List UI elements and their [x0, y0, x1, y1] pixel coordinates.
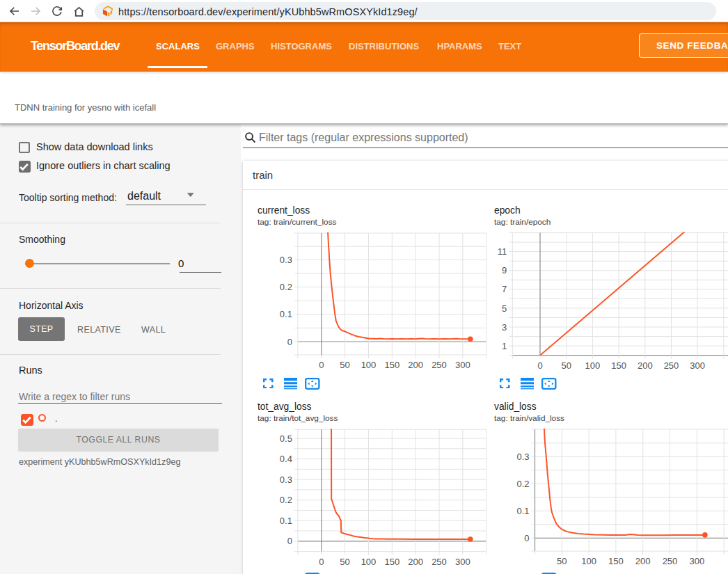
- svg-text:100: 100: [581, 556, 596, 565]
- svg-text:0.5: 0.5: [280, 433, 292, 444]
- svg-text:0.4: 0.4: [280, 454, 292, 464]
- svg-text:250: 250: [664, 360, 679, 371]
- svg-text:200: 200: [638, 360, 653, 371]
- svg-text:0: 0: [524, 533, 529, 543]
- svg-text:11: 11: [498, 246, 507, 257]
- svg-text:100: 100: [361, 557, 377, 565]
- svg-text:50: 50: [340, 360, 349, 370]
- svg-text:0.2: 0.2: [280, 495, 292, 505]
- svg-text:7: 7: [502, 284, 507, 294]
- svg-text:0: 0: [537, 360, 542, 371]
- svg-text:50: 50: [340, 557, 349, 565]
- svg-text:250: 250: [432, 557, 447, 565]
- svg-text:0.2: 0.2: [280, 282, 292, 292]
- svg-text:300: 300: [690, 360, 705, 371]
- svg-text:0.1: 0.1: [516, 506, 529, 516]
- svg-text:0.1: 0.1: [280, 516, 292, 526]
- svg-text:300: 300: [689, 556, 704, 565]
- svg-text:0.1: 0.1: [280, 309, 292, 319]
- svg-text:0: 0: [287, 536, 292, 546]
- svg-text:100: 100: [361, 360, 377, 370]
- svg-text:1: 1: [502, 341, 507, 351]
- svg-text:100: 100: [585, 360, 601, 371]
- svg-text:0: 0: [319, 360, 324, 370]
- svg-text:150: 150: [384, 360, 399, 370]
- svg-text:0.3: 0.3: [516, 452, 529, 462]
- svg-text:0: 0: [287, 337, 292, 347]
- svg-text:0.2: 0.2: [516, 479, 529, 489]
- svg-text:0.3: 0.3: [280, 475, 292, 485]
- svg-text:50: 50: [557, 556, 567, 565]
- svg-text:200: 200: [408, 557, 423, 565]
- svg-text:150: 150: [611, 360, 626, 371]
- svg-text:3: 3: [502, 322, 507, 333]
- svg-text:300: 300: [455, 557, 470, 565]
- svg-text:0.3: 0.3: [280, 255, 292, 265]
- svg-text:0: 0: [319, 557, 324, 565]
- svg-text:250: 250: [432, 360, 447, 370]
- svg-text:9: 9: [502, 265, 507, 276]
- svg-text:200: 200: [408, 360, 423, 370]
- svg-text:150: 150: [384, 557, 399, 565]
- svg-text:250: 250: [663, 556, 678, 565]
- svg-text:150: 150: [608, 556, 624, 565]
- svg-text:200: 200: [635, 556, 651, 565]
- svg-text:5: 5: [502, 303, 507, 314]
- svg-text:50: 50: [561, 360, 571, 371]
- svg-text:300: 300: [455, 360, 470, 370]
